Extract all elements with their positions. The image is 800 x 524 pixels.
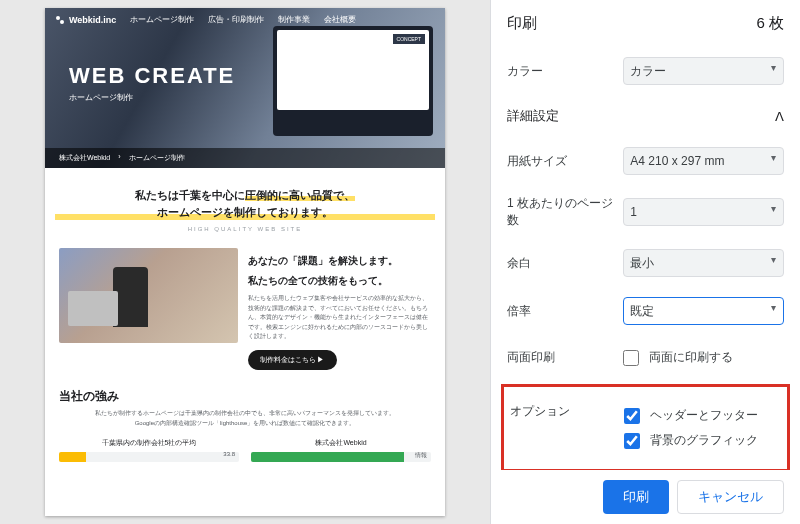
logo-icon — [55, 15, 65, 25]
breadcrumb: 株式会社Webkid › ホームページ制作 — [45, 148, 445, 168]
bar-fill — [251, 452, 404, 462]
label-paper-size: 用紙サイズ — [507, 153, 623, 170]
nav-item: 制作事業 — [278, 14, 310, 25]
laptop-screen: CONCEPT — [277, 30, 429, 110]
label-pages-per-sheet: 1 枚あたりのページ数 — [507, 195, 623, 229]
hero-subtitle: ホームページ制作 — [69, 92, 133, 103]
concept-badge: CONCEPT — [393, 34, 425, 44]
row-duplex: 両面印刷 両面に印刷する — [507, 335, 784, 380]
label-scale: 倍率 — [507, 303, 623, 320]
checkbox-background-graphics[interactable]: 背景のグラフィック — [624, 428, 781, 453]
bar-track: 33.8 — [59, 452, 239, 462]
checkbox-headers-footers[interactable]: ヘッダーとフッター — [624, 403, 781, 428]
strength-p2: Googleの内部構造確認ツール「lighthouse」を用いれば数値にて確認化… — [59, 419, 431, 429]
breadcrumb-item: 株式会社Webkid — [59, 153, 110, 163]
breadcrumb-item: ホームページ制作 — [129, 153, 185, 163]
headline-line1: 私たちは千葉を中心に圧倒的に高い品質で、 — [55, 188, 435, 203]
bar-track: 情報 — [251, 452, 431, 462]
checkbox-duplex[interactable]: 両面に印刷する — [623, 345, 784, 370]
label-margin: 余白 — [507, 255, 623, 272]
nav-item: 会社概要 — [324, 14, 356, 25]
strength-p1: 私たちが制作するホームページは千葉県内の制作会社の中でも、非常に高いパフォーマン… — [59, 409, 431, 419]
svg-point-0 — [56, 16, 60, 20]
bar-label: 株式会社Webkid — [251, 438, 431, 448]
bar-col-webkid: 株式会社Webkid 情報 — [251, 438, 431, 462]
intro-paragraph: 私たちを活用したウェブ集客や会社サービスの効率的な拡大から、技術的な課題の解決ま… — [248, 294, 431, 342]
hero-title: WEB CREATE — [69, 63, 235, 89]
headline-line2: ホームページを制作しております。 — [55, 205, 435, 220]
headline-caption: HIGH QUALITY WEB SITE — [55, 226, 435, 232]
chevron-up-icon: ᐱ — [775, 109, 784, 124]
row-scale: 倍率 既定 — [507, 287, 784, 335]
bar-col-competitors: 千葉県内の制作会社5社の平均 33.8 — [59, 438, 239, 462]
checkbox-duplex-input[interactable] — [623, 350, 639, 366]
strength-section: 当社の強み 私たちが制作するホームページは千葉県内の制作会社の中でも、非常に高い… — [45, 378, 445, 472]
row-paper-size: 用紙サイズ A4 210 x 297 mm — [507, 137, 784, 185]
row-color: カラー カラー — [507, 47, 784, 95]
svg-point-1 — [60, 20, 64, 24]
team-photo — [59, 248, 238, 343]
nav-item: 広告・印刷制作 — [208, 14, 264, 25]
page-count: 6 枚 — [756, 14, 784, 33]
label-duplex: 両面印刷 — [507, 349, 623, 366]
bar-fill — [59, 452, 86, 462]
print-button[interactable]: 印刷 — [603, 480, 669, 514]
hero-section: Webkid.inc ホームページ制作 広告・印刷制作 制作事業 会社概要 CO… — [45, 8, 445, 168]
pricing-cta: 制作料金はこちら ▶ — [248, 350, 337, 370]
preview-page: Webkid.inc ホームページ制作 広告・印刷制作 制作事業 会社概要 CO… — [45, 8, 445, 516]
intro-h1: あなたの「課題」を解決します。 — [248, 254, 431, 268]
checkbox-hf-input[interactable] — [624, 408, 640, 424]
label-options: オプション — [510, 403, 624, 420]
select-paper-size[interactable]: A4 210 x 297 mm — [623, 147, 784, 175]
intro-section: あなたの「課題」を解決します。 私たちの全ての技術をもって。 私たちを活用したウ… — [45, 240, 445, 378]
label-color: カラー — [507, 63, 623, 80]
panel-footer: 印刷 キャンセル — [491, 470, 800, 524]
nav-item: ホームページ制作 — [130, 14, 194, 25]
row-margin: 余白 最小 — [507, 239, 784, 287]
print-preview-area: Webkid.inc ホームページ制作 広告・印刷制作 制作事業 会社概要 CO… — [0, 0, 490, 524]
panel-header: 印刷 6 枚 — [491, 0, 800, 47]
comparison-bars: 千葉県内の制作会社5社の平均 33.8 株式会社Webkid 情報 — [59, 438, 431, 462]
intro-h2: 私たちの全ての技術をもって。 — [248, 274, 431, 288]
bar-value: 情報 — [415, 452, 427, 460]
advanced-toggle[interactable]: 詳細設定 ᐱ — [507, 95, 784, 137]
select-margin[interactable]: 最小 — [623, 249, 784, 277]
panel-title: 印刷 — [507, 14, 537, 33]
select-color[interactable]: カラー — [623, 57, 784, 85]
intro-text: あなたの「課題」を解決します。 私たちの全ての技術をもって。 私たちを活用したウ… — [248, 248, 431, 370]
laptop-graphic: CONCEPT — [273, 26, 433, 136]
select-pages-per-sheet[interactable]: 1 — [623, 198, 784, 226]
brand-text: Webkid.inc — [69, 15, 116, 25]
print-settings-panel: 印刷 6 枚 カラー カラー 詳細設定 ᐱ 用紙サイズ A4 210 x 297… — [490, 0, 800, 524]
select-scale[interactable]: 既定 — [623, 297, 784, 325]
strength-title: 当社の強み — [59, 388, 431, 405]
row-options: オプション ヘッダーとフッター 背景のグラフィック — [510, 393, 781, 463]
site-logo: Webkid.inc — [55, 15, 116, 25]
row-pages-per-sheet: 1 枚あたりのページ数 1 — [507, 185, 784, 239]
cancel-button[interactable]: キャンセル — [677, 480, 784, 514]
headline-section: 私たちは千葉を中心に圧倒的に高い品質で、 ホームページを制作しております。 HI… — [45, 168, 445, 240]
advanced-label: 詳細設定 — [507, 107, 559, 125]
bar-value: 33.8 — [223, 452, 235, 457]
options-highlight-box: オプション ヘッダーとフッター 背景のグラフィック — [501, 384, 790, 470]
bar-label: 千葉県内の制作会社5社の平均 — [59, 438, 239, 448]
checkbox-bg-input[interactable] — [624, 433, 640, 449]
breadcrumb-sep: › — [118, 153, 120, 163]
panel-body: カラー カラー 詳細設定 ᐱ 用紙サイズ A4 210 x 297 mm 1 枚… — [491, 47, 800, 470]
